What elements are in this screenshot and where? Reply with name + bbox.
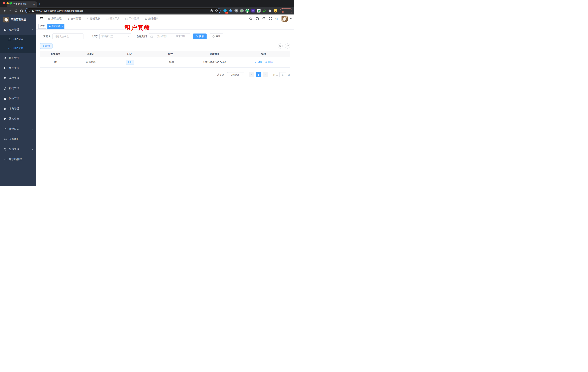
reload-icon[interactable] [13, 8, 18, 13]
audit-log-icon [4, 128, 7, 130]
reset-button[interactable]: 重置 [210, 33, 223, 39]
home-icon[interactable] [19, 8, 24, 13]
tag-close-icon[interactable]: × [62, 25, 63, 27]
update-label: 更新 [282, 8, 286, 14]
nav-item-infrastructure[interactable]: 基础设施 [86, 17, 100, 20]
minimize-window-button[interactable] [7, 2, 9, 4]
search-icon[interactable] [249, 17, 252, 20]
sidebar-item-tenant-list[interactable]: 租户列表 [0, 35, 36, 44]
sidebar-item-label: 部门管理 [9, 87, 34, 90]
briefcase-icon [106, 17, 109, 20]
status-select[interactable]: 请选择状态 [99, 33, 131, 39]
back-icon[interactable] [2, 8, 7, 13]
sidebar-item-menu-management[interactable]: 菜单管理 [0, 73, 36, 83]
new-tab-button[interactable]: + [37, 1, 42, 7]
extension-record-icon[interactable] [240, 9, 244, 13]
add-button[interactable]: + 新增 [40, 43, 52, 49]
avatar-caret-icon[interactable] [290, 18, 292, 19]
site-info-icon[interactable] [28, 9, 31, 12]
maximize-window-button[interactable] [10, 2, 12, 4]
nav-item-workflow[interactable]: 工作流程 [125, 17, 139, 20]
extension-emoji-icon[interactable] [273, 9, 278, 13]
date-range-picker[interactable]: 开始日期 - 结束日期 [149, 33, 190, 39]
font-size-icon[interactable]: tT [275, 17, 278, 20]
extension-shield-icon[interactable] [251, 9, 255, 13]
sidebar-item-tenant-management[interactable]: 租户管理 [0, 25, 36, 35]
sidebar-item-audit-log[interactable]: 审计日志 [0, 124, 36, 134]
end-date-placeholder[interactable]: 结束日期 [173, 35, 189, 38]
extension-dashlane-icon[interactable]: 10 [223, 9, 227, 13]
delete-link[interactable]: 删除 [265, 61, 273, 64]
goto-page-input[interactable] [279, 72, 286, 77]
tag-tenant-package[interactable]: 租户套餐 × [47, 24, 64, 29]
sidebar-item-error-code-management[interactable]: 错误码管理 [0, 154, 36, 164]
extensions-puzzle-icon[interactable] [268, 9, 272, 13]
sidebar-item-sms-management[interactable]: 短信管理 [0, 144, 36, 154]
next-page-button[interactable]: › [263, 72, 268, 77]
nav-item-statistics[interactable]: 统计报表 [145, 17, 158, 20]
page-annotation: 租户套餐 [125, 23, 151, 32]
status-label: 状态 [93, 35, 98, 38]
nav-item-system[interactable]: 系统管理 [48, 17, 62, 20]
browser-update-button[interactable]: 更新 ⋮ [280, 8, 292, 13]
column-header: 备注 [149, 53, 192, 56]
fullscreen-icon[interactable] [269, 17, 272, 20]
sidebar-collapse-icon[interactable] [36, 17, 46, 20]
packages-table: 套餐编号 套餐名 状态 备注 创建时间 操作 111 普通套餐 开启 小功能 2… [40, 51, 290, 68]
start-date-placeholder[interactable]: 开始日期 [154, 35, 170, 38]
url-bar[interactable]: 127.0.0.1:48080/admin-ui/system/tenant/p… [25, 8, 220, 13]
browser-toolbar: 127.0.0.1:48080/admin-ui/system/tenant/p… [0, 7, 294, 14]
sidebar-item-post-management[interactable]: 岗位管理 [0, 94, 36, 104]
sidebar-item-online-users[interactable]: 在线用户 [0, 134, 36, 144]
close-window-button[interactable] [3, 2, 5, 4]
column-header: 创建时间 [191, 53, 238, 56]
sidebar-item-user-management[interactable]: 用户管理 [0, 53, 36, 63]
forward-icon[interactable] [8, 8, 13, 13]
pagination-total: 共 1 条 [217, 73, 224, 76]
gear-icon [48, 17, 51, 20]
sidebar-item-notice-announcement[interactable]: 通知公告 [0, 114, 36, 124]
sidebar-item-role-management[interactable]: 角色管理 [0, 63, 36, 73]
goto-label: 前往 [273, 73, 278, 76]
extensions-row: 10 ⌘ y [223, 9, 278, 13]
chevron-down-icon [32, 128, 34, 130]
browser-menu-kebab-icon[interactable]: ⋮ [288, 9, 290, 12]
chevron-down-icon [241, 74, 243, 76]
column-header: 操作 [238, 53, 290, 56]
announcement-icon [4, 117, 7, 120]
extension-command-icon[interactable]: ⌘ [234, 9, 238, 13]
help-icon[interactable] [262, 17, 266, 20]
edit-link[interactable]: 修改 [255, 61, 262, 64]
current-page-button[interactable]: 1 [256, 72, 261, 77]
package-name-input[interactable] [52, 33, 84, 39]
extension-gem-icon[interactable] [229, 9, 233, 13]
toggle-search-button[interactable] [278, 43, 283, 49]
bookmark-star-icon[interactable] [215, 9, 218, 12]
refresh-table-button[interactable] [285, 43, 290, 49]
nav-item-payment[interactable]: ¥ 支付管理 [67, 17, 81, 20]
page-size-select[interactable]: 10条/页 [227, 72, 244, 77]
extension-star-icon[interactable] [262, 9, 266, 13]
sidebar-item-label: 短信管理 [9, 148, 29, 151]
badge-icon [4, 97, 7, 100]
url-text[interactable]: 127.0.0.1:48080/admin-ui/system/tenant/p… [32, 10, 210, 12]
status-badge: 开启 [126, 60, 134, 65]
share-icon[interactable] [210, 9, 213, 12]
nav-item-dev-tools[interactable]: 研发工具 [106, 17, 120, 20]
cell-package-id: 111 [40, 61, 71, 64]
prev-page-button[interactable]: ‹ [249, 72, 254, 77]
tag-home[interactable]: 首页 [38, 24, 46, 29]
extension-chat-icon[interactable] [257, 9, 261, 13]
sidebar-item-dictionary-management[interactable]: 字典管理 [0, 104, 36, 114]
window-controls[interactable] [3, 2, 12, 4]
online-users-icon [4, 138, 7, 140]
extension-y-icon[interactable]: y [245, 9, 250, 13]
avatar[interactable] [282, 16, 288, 22]
github-icon[interactable] [256, 17, 259, 20]
sidebar-item-tenant-package[interactable]: 租户套餐 [0, 44, 36, 53]
sidebar-logo[interactable]: 芋道管理系统 [0, 14, 36, 25]
search-button[interactable]: 搜索 [193, 33, 207, 39]
tab-close-icon[interactable]: × [33, 3, 35, 6]
page-size-value: 10条/页 [230, 73, 241, 76]
sidebar-item-department-management[interactable]: 部门管理 [0, 83, 36, 94]
